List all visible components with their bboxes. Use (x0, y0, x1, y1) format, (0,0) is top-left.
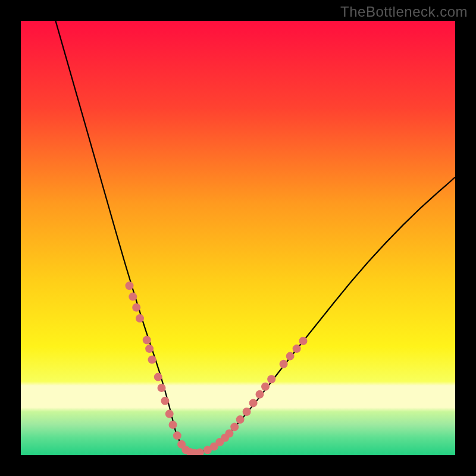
data-point (230, 423, 239, 431)
data-point (236, 415, 245, 424)
data-point (299, 337, 308, 345)
data-point (261, 383, 270, 391)
data-markers (126, 281, 308, 455)
bottleneck-curve (55, 21, 455, 452)
data-point (132, 303, 140, 312)
data-point (126, 281, 134, 290)
data-point (158, 384, 166, 392)
data-point (169, 421, 177, 429)
chart-svg (21, 21, 455, 455)
data-point (225, 430, 233, 438)
data-point (136, 314, 144, 322)
data-point (293, 345, 301, 353)
data-point (129, 293, 137, 301)
watermark-text: TheBottleneck.com (340, 4, 468, 20)
data-point (143, 336, 151, 345)
data-point (267, 375, 275, 383)
data-point (148, 355, 156, 364)
data-point (280, 360, 288, 368)
data-point (196, 449, 204, 455)
data-point (249, 399, 258, 407)
plot-area (21, 21, 455, 455)
data-point (154, 373, 162, 381)
data-point (161, 397, 169, 405)
data-point (173, 431, 181, 440)
chart-frame: TheBottleneck.com (0, 0, 476, 476)
data-point (256, 390, 264, 399)
data-point (165, 410, 174, 418)
data-point (243, 408, 251, 416)
data-point (286, 352, 295, 361)
data-point (145, 345, 154, 353)
